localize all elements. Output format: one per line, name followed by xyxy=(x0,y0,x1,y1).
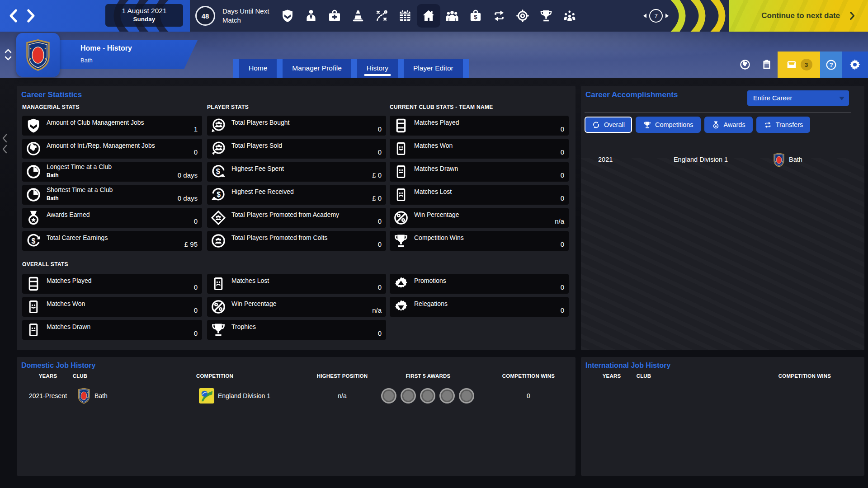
stat-value: 0 days xyxy=(178,171,198,179)
stat-row: Matches Played 0 xyxy=(22,274,202,294)
clock-icon xyxy=(25,164,42,180)
fee-spent-icon xyxy=(210,164,226,180)
panel-title: Career Accomplishments xyxy=(585,90,678,99)
inbox-button[interactable]: 3 xyxy=(778,52,820,78)
stat-value: 0 xyxy=(194,148,198,156)
career-filter-dropdown[interactable]: Entire Career xyxy=(747,90,849,106)
percentage-icon xyxy=(393,210,409,226)
transfers-icon xyxy=(492,9,506,23)
stat-value: £ 95 xyxy=(184,240,198,248)
schedule-icon xyxy=(398,9,412,23)
nav-staff[interactable] xyxy=(299,4,323,28)
club-badge-plate[interactable] xyxy=(16,33,60,77)
trophy-icon xyxy=(643,121,651,129)
tab-overall[interactable]: Overall xyxy=(585,117,632,133)
column-heading: PLAYER STATS xyxy=(207,104,386,116)
edge-scroll-indicator[interactable] xyxy=(1,133,8,155)
stat-value: £ 0 xyxy=(372,194,382,202)
tab-manager-profile[interactable]: Manager Profile xyxy=(283,59,351,78)
help-button[interactable] xyxy=(820,52,842,78)
award-slot xyxy=(381,388,396,404)
column-heading: CURRENT CLUB STATS - TEAM NAME xyxy=(390,104,569,116)
tab-transfers[interactable]: Transfers xyxy=(756,117,811,133)
nav-finances[interactable] xyxy=(464,4,487,28)
nav-tactics[interactable] xyxy=(370,4,393,28)
stat-row: Total Players Bought 0 xyxy=(207,116,386,136)
page-title: Home - History xyxy=(80,44,132,52)
inbox-icon xyxy=(786,59,797,70)
accomplishment-year: 2021 xyxy=(598,156,613,163)
globe-icon xyxy=(25,141,42,157)
club-crest xyxy=(77,387,91,404)
tab-home[interactable]: Home xyxy=(239,59,277,78)
stat-value: n/a xyxy=(372,306,382,314)
continue-chevron-icon[interactable] xyxy=(847,11,857,21)
stepper-decrease-icon[interactable] xyxy=(641,14,646,18)
nav-home[interactable] xyxy=(417,4,440,28)
tab-separator xyxy=(398,59,404,78)
notes-button[interactable] xyxy=(756,52,778,78)
accomplishment-row: 2021 England Division 1 Bath xyxy=(581,152,864,169)
stat-row: Longest Time at a Club Bath 0 days xyxy=(22,162,202,182)
stepper-value: 7 xyxy=(649,9,663,23)
stat-row: Promotions 0 xyxy=(390,274,569,294)
nav-club[interactable] xyxy=(276,4,299,28)
column-header-competition-wins: COMPETITION WINS xyxy=(492,373,565,379)
stat-row: Total Players Promoted from Academy 0 xyxy=(207,208,386,228)
accomplishment-club: Bath xyxy=(789,156,802,163)
tab-player-editor[interactable]: Player Editor xyxy=(404,59,463,78)
match-card-icon xyxy=(25,276,42,292)
nav-competitions[interactable] xyxy=(534,4,558,28)
stat-value: 0 xyxy=(194,329,198,337)
club-crest xyxy=(773,152,785,168)
stat-label: Total Players Promoted from Academy xyxy=(231,211,339,218)
stat-label: Longest Time at a Club xyxy=(47,163,112,170)
nav-medical[interactable] xyxy=(323,4,346,28)
nav-schedule[interactable] xyxy=(393,4,417,28)
stat-row: Total Career Earnings £ 95 xyxy=(22,231,202,251)
nav-squad[interactable] xyxy=(440,4,464,28)
column-header-highest-position: HIGHEST POSITION xyxy=(306,373,378,379)
stat-value: 0 xyxy=(561,240,564,248)
continue-arc-decor xyxy=(664,0,731,32)
stat-label: Promotions xyxy=(414,277,446,284)
job-club: Bath xyxy=(94,383,108,408)
stat-label: Amount of Int./Rep. Management Jobs xyxy=(47,142,155,149)
percentage-icon xyxy=(210,299,226,315)
page-subtitle: Bath xyxy=(80,57,93,64)
club-shield-icon xyxy=(280,9,295,23)
settings-button[interactable] xyxy=(842,52,868,78)
training-icon xyxy=(351,9,365,23)
nav-scouting[interactable] xyxy=(511,4,534,28)
current-club-stats-column: CURRENT CLUB STATS - TEAM NAME Matches P… xyxy=(390,104,569,254)
world-button[interactable] xyxy=(734,52,756,78)
club-crest xyxy=(24,38,52,72)
competitions-icon xyxy=(539,9,553,23)
tab-competitions[interactable]: Competitions xyxy=(636,117,701,133)
card-win-icon xyxy=(25,299,42,315)
stat-label: Matches Won xyxy=(47,300,85,307)
nav-transfers[interactable] xyxy=(487,4,511,28)
back-icon[interactable] xyxy=(5,8,22,24)
stat-row: Total Players Sold 0 xyxy=(207,139,386,159)
stat-row: Matches Lost 0 xyxy=(390,185,569,205)
tab-history[interactable]: History xyxy=(357,59,398,78)
stat-label: Win Percentage xyxy=(231,300,277,307)
stat-row: Highest Fee Received £ 0 xyxy=(207,185,386,205)
award-slot xyxy=(439,388,455,404)
continue-button-label[interactable]: Continue to next date xyxy=(761,0,840,32)
nav-development[interactable] xyxy=(558,4,581,28)
tab-awards[interactable]: Awards xyxy=(704,117,753,133)
squad-icon xyxy=(445,9,459,23)
managerial-stats-column: MANAGERIAL STATS Amount of Club Manageme… xyxy=(22,104,202,254)
stat-row: Amount of Int./Rep. Management Jobs 0 xyxy=(22,139,202,159)
day-text: Sunday xyxy=(105,16,183,23)
stat-row: Competition Wins 0 xyxy=(390,231,569,251)
medal-icon xyxy=(25,210,42,226)
job-competition-wins: 0 xyxy=(492,383,565,408)
forward-icon[interactable] xyxy=(23,8,39,24)
days-until-match-label: Days Until Next Match xyxy=(222,7,269,25)
header-collapse-toggle[interactable] xyxy=(4,47,12,62)
main-nav xyxy=(276,4,581,28)
nav-training[interactable] xyxy=(346,4,370,28)
